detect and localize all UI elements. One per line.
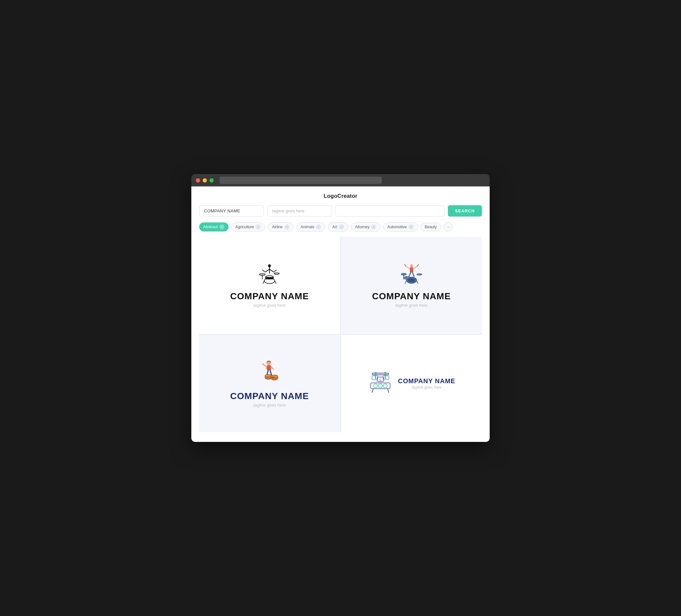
address-bar[interactable] (220, 177, 382, 184)
filter-abstract[interactable]: Abstract ✓ (199, 223, 229, 231)
svg-line-56 (372, 389, 373, 393)
logo-company-name-2: COMPANY NAME (372, 291, 451, 302)
logo-icon-2 (399, 263, 425, 287)
logo-card-2[interactable]: COMPANY NAME tagline goes here (341, 237, 482, 334)
svg-point-27 (417, 274, 422, 275)
svg-rect-15 (409, 267, 413, 272)
filter-automotive[interactable]: Automotive ✓ (383, 223, 418, 231)
svg-point-26 (401, 273, 406, 274)
svg-point-53 (374, 384, 377, 388)
svg-rect-34 (267, 365, 271, 370)
logo-tagline-4: tagline goes here (398, 385, 455, 390)
svg-point-24 (404, 276, 409, 279)
search-bar: SEARCH (199, 205, 482, 216)
logo-card-3[interactable]: COMPANY NAME tagline goes here (199, 335, 340, 432)
app-body: LogoCreator SEARCH Abstract ✓ Agricultur… (191, 186, 490, 442)
filter-automotive-label: Automotive (387, 225, 407, 229)
logo-inline-layout: COMPANY NAME tagline goes here (368, 370, 455, 397)
filter-agriculture-check: ✓ (255, 224, 261, 230)
logo-card-4[interactable]: COMPANY NAME tagline goes here (341, 335, 482, 432)
svg-point-54 (378, 384, 382, 388)
minimize-button[interactable] (203, 178, 207, 182)
close-button[interactable] (196, 178, 200, 182)
filter-airline-label: Airline (272, 225, 282, 229)
logo-tagline-3: tagline goes here (253, 403, 286, 408)
keyword-input[interactable] (335, 205, 445, 216)
svg-point-55 (383, 384, 387, 388)
filter-animals-check: ✓ (316, 224, 321, 230)
filter-beauty-label: Beauty (425, 225, 437, 229)
svg-line-37 (271, 367, 273, 369)
logo-inline-text: COMPANY NAME tagline goes here (398, 377, 455, 390)
logo-icon-3 (256, 360, 282, 387)
filter-attorney-check: ✓ (371, 224, 376, 230)
svg-line-13 (275, 281, 276, 284)
logo-company-name-3: COMPANY NAME (230, 391, 309, 401)
logo-tagline-2: tagline goes here (395, 303, 428, 308)
filter-airline-check: ✓ (284, 224, 289, 230)
filter-airline[interactable]: Airline ✓ (268, 223, 294, 231)
company-name-input[interactable] (199, 205, 264, 216)
filter-attorney[interactable]: Attorney ✓ (351, 223, 381, 231)
browser-window: LogoCreator SEARCH Abstract ✓ Agricultur… (191, 174, 490, 442)
logo-icon-1 (256, 263, 282, 287)
filter-beauty[interactable]: Beauty (421, 223, 441, 231)
svg-point-41 (265, 375, 272, 377)
titlebar (191, 174, 490, 186)
logo-company-name-1: COMPANY NAME (230, 291, 309, 302)
svg-point-23 (408, 278, 415, 282)
filter-art[interactable]: Art ✓ (328, 223, 348, 231)
svg-line-31 (417, 281, 418, 284)
svg-line-30 (405, 281, 406, 284)
svg-line-2 (265, 269, 270, 272)
maximize-button[interactable] (209, 178, 214, 182)
svg-point-0 (268, 264, 271, 267)
search-button[interactable]: SEARCH (448, 205, 482, 216)
svg-point-36 (262, 363, 264, 365)
logo-grid: COMPANY NAME tagline goes here (199, 237, 482, 432)
svg-line-17 (413, 266, 417, 268)
svg-rect-44 (271, 377, 275, 378)
filter-agriculture[interactable]: Agriculture ✓ (231, 223, 265, 231)
svg-line-4 (262, 270, 265, 272)
filter-animals-label: Animals (301, 225, 314, 229)
svg-line-18 (404, 264, 406, 266)
svg-point-10 (274, 273, 279, 274)
filter-automotive-check: ✓ (409, 224, 414, 230)
filter-agriculture-label: Agriculture (235, 225, 254, 229)
filter-next-arrow[interactable]: → (444, 223, 453, 231)
filter-animals[interactable]: Animals ✓ (296, 223, 326, 231)
app-title: LogoCreator (199, 193, 482, 199)
svg-line-21 (412, 272, 414, 276)
svg-line-57 (387, 389, 389, 393)
svg-line-16 (406, 266, 410, 268)
svg-line-20 (409, 272, 410, 276)
svg-line-39 (270, 370, 272, 375)
filter-art-check: ✓ (339, 224, 344, 230)
filter-art-label: Art (332, 225, 337, 229)
svg-line-29 (404, 275, 404, 279)
tagline-input[interactable] (267, 205, 332, 216)
filter-abstract-check: ✓ (219, 224, 224, 230)
filter-attorney-label: Attorney (355, 225, 370, 229)
logo-tagline-1: tagline goes here (253, 303, 286, 308)
svg-point-32 (410, 264, 413, 267)
svg-line-5 (274, 270, 277, 272)
logo-card-1[interactable]: COMPANY NAME tagline goes here (199, 237, 340, 334)
filter-bar: Abstract ✓ Agriculture ✓ Airline ✓ Anima… (199, 223, 482, 231)
filter-abstract-label: Abstract (203, 225, 218, 229)
svg-line-3 (270, 269, 274, 272)
logo-company-name-4: COMPANY NAME (398, 377, 455, 385)
logo-icon-4 (368, 370, 393, 397)
svg-line-19 (417, 264, 419, 266)
svg-line-12 (263, 281, 264, 284)
